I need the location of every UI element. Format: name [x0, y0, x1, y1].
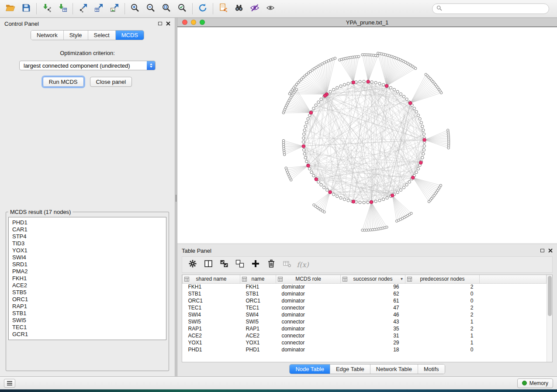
select-all-button[interactable] — [217, 258, 231, 271]
table-cell[interactable]: 46 — [341, 311, 405, 318]
table-row[interactable]: SWI4SWI4dominator462 — [183, 311, 547, 318]
zoom-in-button[interactable] — [127, 2, 143, 16]
split-panel-button[interactable] — [201, 258, 215, 271]
status-menu-button[interactable] — [4, 379, 15, 388]
table-cell[interactable]: ACE2 — [240, 332, 276, 339]
mcds-result-item[interactable]: SWI5 — [12, 317, 163, 324]
table-cell[interactable]: SWI4 — [183, 311, 240, 318]
table-cell[interactable]: 2 — [405, 304, 480, 311]
table-cell[interactable]: SWI5 — [240, 318, 276, 325]
table-cell[interactable]: 2 — [405, 311, 480, 318]
column-header-shared-name[interactable]: shared name — [183, 275, 240, 283]
mcds-result-item[interactable]: FKH1 — [12, 275, 163, 282]
table-row[interactable]: RAP1RAP1dominator352 — [183, 325, 547, 332]
table-cell[interactable]: ACE2 — [183, 332, 240, 339]
mcds-result-item[interactable]: CAR1 — [12, 226, 163, 233]
mcds-result-item[interactable]: PHD1 — [12, 219, 163, 226]
search-box[interactable] — [432, 3, 549, 14]
close-panel-icon[interactable] — [548, 248, 553, 254]
table-cell[interactable]: 61 — [341, 297, 405, 304]
table-cell[interactable]: RAP1 — [240, 325, 276, 332]
table-cell[interactable]: dominator — [276, 297, 341, 304]
table-cell[interactable]: 2 — [405, 283, 480, 290]
table-row[interactable]: SWI5SWI5connector431 — [183, 318, 547, 325]
table-cell[interactable]: 29 — [341, 339, 405, 346]
mcds-result-item[interactable]: SRD1 — [12, 261, 163, 268]
network-window-titlebar[interactable]: YPA_prune.txt_1 — [177, 18, 557, 27]
tab-network[interactable]: Network — [31, 31, 64, 40]
network-graph[interactable] — [177, 27, 557, 243]
window-zoom-button[interactable] — [200, 20, 205, 25]
mcds-result-item[interactable]: RAP1 — [12, 303, 163, 310]
export-table-button[interactable] — [91, 2, 107, 16]
mcds-result-item[interactable]: YOX1 — [12, 247, 163, 254]
add-column-button[interactable] — [249, 258, 263, 271]
column-header-predecessor-nodes[interactable]: predecessor nodes — [405, 275, 480, 283]
table-cell[interactable]: 62 — [341, 290, 405, 297]
column-header-successor-nodes[interactable]: successor nodes▾ — [341, 275, 405, 283]
mcds-result-item[interactable]: PMA2 — [12, 268, 163, 275]
zoom-selected-button[interactable] — [174, 2, 190, 16]
table-cell[interactable]: 1 — [405, 318, 480, 325]
mcds-result-item[interactable]: ACE2 — [12, 282, 163, 289]
delete-column-button[interactable] — [264, 258, 278, 271]
import-network-button[interactable] — [39, 2, 55, 16]
column-header-MCDS-role[interactable]: MCDS role — [276, 275, 341, 283]
table-cell[interactable]: 43 — [341, 318, 405, 325]
apply-layout-button[interactable] — [195, 2, 211, 16]
table-cell[interactable]: connector — [276, 332, 341, 339]
table-cell[interactable]: YOX1 — [183, 339, 240, 346]
table-row[interactable]: ORC1ORC1dominator610 — [183, 297, 547, 304]
table-cell[interactable]: STB1 — [240, 290, 276, 297]
table-cell[interactable]: SWI4 — [240, 311, 276, 318]
float-panel-icon[interactable] — [540, 249, 544, 252]
table-cell[interactable]: dominator — [276, 290, 341, 297]
tab-style[interactable]: Style — [64, 31, 88, 40]
tab-mcds[interactable]: MCDS — [116, 31, 144, 40]
import-table-button[interactable] — [55, 2, 70, 16]
float-panel-icon[interactable] — [158, 22, 162, 25]
mcds-result-item[interactable]: SWI4 — [12, 254, 163, 261]
table-cell[interactable]: FKH1 — [240, 283, 276, 290]
node-table[interactable]: shared namenameMCDS rolesuccessor nodes▾… — [182, 275, 547, 353]
mcds-result-item[interactable]: STB1 — [12, 310, 163, 317]
run-mcds-button[interactable]: Run MCDS — [43, 77, 84, 87]
table-cell[interactable]: 0 — [405, 346, 480, 353]
zoom-out-button[interactable] — [143, 2, 159, 16]
network-canvas[interactable] — [177, 27, 557, 243]
table-cell[interactable]: 1 — [405, 332, 480, 339]
table-cell[interactable]: 0 — [405, 297, 480, 304]
table-cell[interactable]: RAP1 — [183, 325, 240, 332]
table-tab-edge-table[interactable]: Edge Table — [330, 364, 370, 374]
table-row[interactable]: ACE2ACE2connector311 — [183, 332, 547, 339]
first-neighbors-button[interactable] — [231, 2, 247, 16]
close-panel-icon[interactable] — [166, 21, 170, 27]
mcds-result-item[interactable]: ORC1 — [12, 296, 163, 303]
table-cell[interactable]: PHD1 — [240, 346, 276, 353]
table-cell[interactable]: ORC1 — [183, 297, 240, 304]
table-cell[interactable]: YOX1 — [240, 339, 276, 346]
table-cell[interactable]: PHD1 — [183, 346, 240, 353]
table-cell[interactable]: 47 — [341, 304, 405, 311]
table-row[interactable]: STB1STB1dominator620 — [183, 290, 547, 297]
table-cell[interactable]: dominator — [276, 346, 341, 353]
table-cell[interactable]: 1 — [405, 339, 480, 346]
table-row[interactable]: PHD1PHD1dominator180 — [183, 346, 547, 353]
table-row[interactable]: FKH1FKH1dominator962 — [183, 283, 547, 290]
table-cell[interactable]: connector — [276, 304, 341, 311]
sort-arrow-icon[interactable]: ▾ — [401, 276, 403, 281]
table-cell[interactable]: FKH1 — [183, 283, 240, 290]
table-tab-network-table[interactable]: Network Table — [370, 364, 418, 374]
table-cell[interactable]: dominator — [276, 283, 341, 290]
export-network-button[interactable] — [75, 2, 91, 16]
table-cell[interactable]: TEC1 — [240, 304, 276, 311]
open-file-button[interactable] — [3, 2, 18, 16]
table-row[interactable]: TEC1TEC1connector472 — [183, 304, 547, 311]
column-header-name[interactable]: name — [240, 275, 276, 283]
table-scrollbar[interactable] — [547, 275, 552, 362]
table-cell[interactable]: connector — [276, 339, 341, 346]
table-cell[interactable]: ORC1 — [240, 297, 276, 304]
window-close-button[interactable] — [182, 20, 187, 25]
mcds-result-item[interactable]: GCR1 — [12, 331, 163, 338]
mcds-result-item[interactable]: STB5 — [12, 289, 163, 296]
